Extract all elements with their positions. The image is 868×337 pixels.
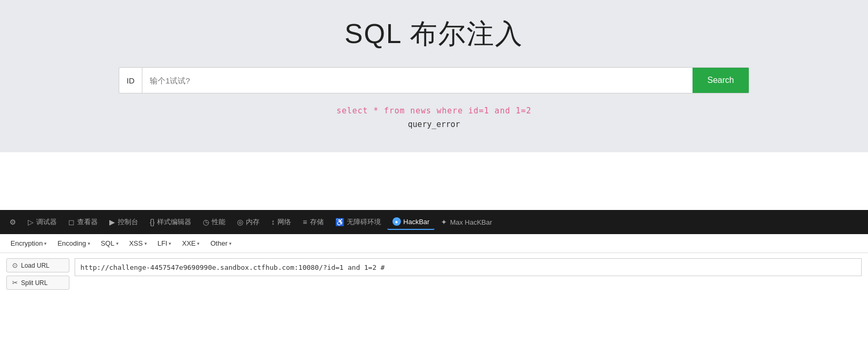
tab-accessibility-label: 无障碍环境 (347, 217, 381, 227)
query-error: query_error (336, 120, 531, 129)
hackbar-menubar: Encryption ▾ Encoding ▾ SQL ▾ XSS ▾ LFI … (0, 234, 868, 253)
menu-sql[interactable]: SQL ▾ (97, 237, 123, 249)
page-title: SQL 布尔注入 (345, 16, 524, 52)
white-gap (0, 152, 868, 210)
hackbar-url-input[interactable] (75, 258, 862, 276)
network-icon: ↕ (271, 218, 275, 226)
menu-encryption-label: Encryption (11, 239, 43, 247)
tab-performance[interactable]: ◷ 性能 (198, 214, 231, 230)
tab-console[interactable]: ▶ 控制台 (104, 214, 143, 230)
chevron-down-icon: ▾ (44, 241, 47, 246)
split-url-button[interactable]: ✂ Split URL (6, 276, 69, 290)
menu-xss[interactable]: XSS ▾ (125, 237, 151, 249)
debugger-icon: ▷ (28, 218, 34, 226)
tab-memory[interactable]: ◎ 内存 (232, 214, 265, 230)
tab-inspector[interactable]: ◻ 查看器 (63, 214, 103, 230)
hackbar-icon: ● (392, 217, 401, 226)
query-sql: select * from news where id=1 and 1=2 (336, 106, 531, 115)
load-url-button[interactable]: ⊙ Load URL (6, 258, 69, 272)
menu-xss-label: XSS (129, 239, 143, 247)
menu-xxe-label: XXE (182, 239, 195, 247)
chevron-down-icon: ▾ (116, 241, 119, 246)
tab-max-hackbar[interactable]: ✦ Max HacKBar (436, 215, 497, 229)
tab-memory-label: 内存 (246, 217, 260, 227)
menu-other[interactable]: Other ▾ (206, 237, 236, 249)
load-url-icon: ⊙ (12, 261, 18, 269)
menu-encoding[interactable]: Encoding ▾ (53, 237, 94, 249)
inspector-icon: ◻ (68, 218, 75, 226)
split-url-label: Split URL (21, 279, 48, 287)
chevron-down-icon: ▾ (229, 241, 232, 246)
tab-style-editor-label: 样式编辑器 (157, 217, 191, 227)
menu-xxe[interactable]: XXE ▾ (178, 237, 204, 249)
performance-icon: ◷ (203, 218, 209, 226)
tab-inspector-label: 查看器 (77, 217, 98, 227)
max-hackbar-icon: ✦ (441, 218, 447, 226)
devtools-toolbar: ⚙ ▷ 调试器 ◻ 查看器 ▶ 控制台 {} 样式编辑器 ◷ 性能 ◎ 内存 ↕… (0, 210, 868, 234)
tab-console-label: 控制台 (118, 217, 138, 227)
hackbar-content: ⊙ Load URL ✂ Split URL (0, 253, 868, 295)
tab-storage-label: 存储 (310, 217, 324, 227)
menu-other-label: Other (210, 239, 228, 247)
storage-icon: ≡ (303, 218, 307, 226)
tab-performance-label: 性能 (212, 217, 225, 227)
menu-lfi-label: LFI (158, 239, 168, 247)
search-input[interactable] (142, 68, 693, 93)
style-editor-icon: {} (150, 218, 154, 226)
id-label: ID (119, 68, 142, 93)
tab-max-hackbar-label: Max HacKBar (450, 218, 492, 226)
menu-encoding-label: Encoding (57, 239, 86, 247)
menu-encryption[interactable]: Encryption ▾ (6, 237, 51, 249)
devtools-settings-tab[interactable]: ⚙ (4, 215, 22, 229)
search-bar: ID Search (119, 67, 749, 93)
split-url-icon: ✂ (12, 279, 18, 287)
settings-icon: ⚙ (9, 218, 16, 226)
console-icon: ▶ (109, 218, 115, 226)
chevron-down-icon: ▾ (144, 241, 147, 246)
tab-debugger[interactable]: ▷ 调试器 (23, 214, 62, 230)
load-url-label: Load URL (21, 262, 49, 269)
tab-hackbar[interactable]: ● HackBar (387, 214, 435, 230)
hackbar-actions: ⊙ Load URL ✂ Split URL (6, 258, 69, 290)
tab-network[interactable]: ↕ 网络 (266, 214, 296, 230)
tab-network-label: 网络 (277, 217, 291, 227)
memory-icon: ◎ (237, 218, 243, 226)
chevron-down-icon: ▾ (169, 241, 171, 246)
menu-lfi[interactable]: LFI ▾ (153, 237, 176, 249)
query-display: select * from news where id=1 and 1=2 qu… (336, 106, 531, 129)
accessibility-icon: ♿ (335, 218, 344, 226)
tab-storage[interactable]: ≡ 存储 (297, 214, 328, 230)
tab-style-editor[interactable]: {} 样式编辑器 (144, 214, 197, 230)
search-button[interactable]: Search (693, 68, 749, 93)
menu-sql-label: SQL (101, 239, 115, 247)
chevron-down-icon: ▾ (197, 241, 200, 246)
tab-hackbar-label: HackBar (404, 218, 430, 226)
main-content: SQL 布尔注入 ID Search select * from news wh… (0, 0, 868, 152)
tab-debugger-label: 调试器 (36, 217, 57, 227)
tab-accessibility[interactable]: ♿ 无障碍环境 (330, 214, 386, 230)
chevron-down-icon: ▾ (88, 241, 90, 246)
